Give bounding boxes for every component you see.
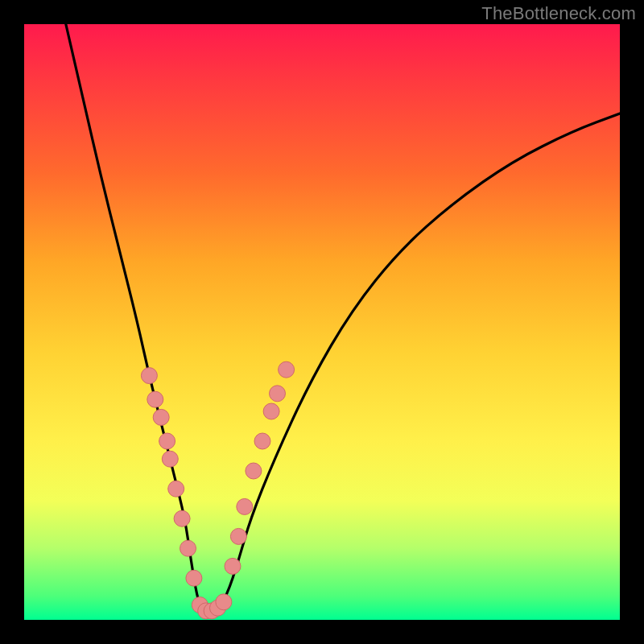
data-point	[246, 463, 262, 479]
dot-layer	[141, 361, 294, 619]
data-point	[159, 433, 175, 449]
plot-area	[24, 24, 620, 620]
data-point	[270, 386, 286, 402]
curve-layer	[24, 24, 620, 620]
data-point	[263, 403, 279, 419]
data-point	[168, 481, 184, 497]
data-point	[153, 409, 169, 425]
data-point	[237, 498, 253, 514]
chart-frame: TheBottleneck.com	[0, 0, 644, 644]
data-point	[225, 558, 241, 574]
data-point	[162, 451, 178, 467]
data-point	[141, 368, 157, 384]
data-point	[279, 361, 295, 378]
data-point	[216, 594, 232, 610]
data-point	[180, 540, 196, 556]
data-point	[230, 528, 246, 544]
data-point	[174, 510, 190, 526]
data-point	[186, 570, 202, 586]
watermark-text: TheBottleneck.com	[481, 3, 636, 24]
data-point	[147, 391, 163, 407]
data-point	[254, 433, 270, 449]
bottleneck-curve	[66, 24, 620, 614]
